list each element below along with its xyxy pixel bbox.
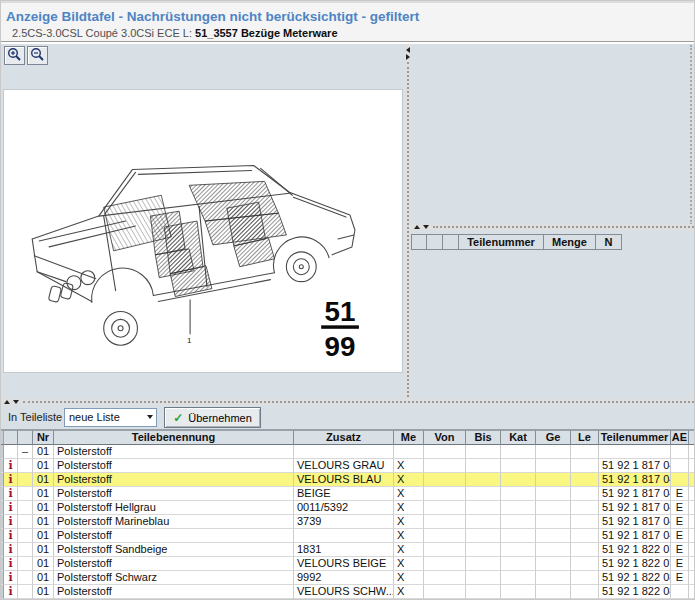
cell-me: X (394, 585, 424, 599)
collapse-up-icon[interactable] (4, 400, 10, 404)
col-header-ae[interactable]: AE (671, 430, 689, 445)
info-icon[interactable]: i (4, 487, 18, 501)
cell-nr: 01 (33, 445, 54, 459)
teileliste-dropdown[interactable]: neue Liste (64, 408, 157, 427)
teileliste-label: In Teileliste (8, 411, 62, 423)
uebernehmen-label: Übernehmen (188, 412, 252, 424)
cell-kat (501, 445, 536, 459)
col-header-teilebenennung[interactable]: Teilebenennung (54, 430, 294, 445)
cell-teilebenennung: Polsterstoff Hellgrau (54, 501, 294, 515)
col-header-le[interactable]: Le (571, 430, 599, 445)
cell-von (424, 459, 466, 473)
info-icon[interactable]: i (4, 543, 18, 557)
expand-toggle[interactable] (18, 585, 33, 599)
col-header-teilenummer[interactable]: Teilenummer (599, 430, 671, 445)
app-window: Anzeige Bildtafel - Nachrüstungen nicht … (0, 0, 695, 600)
cell-ge (536, 529, 571, 543)
expand-toggle[interactable] (18, 529, 33, 543)
cell-bis (466, 473, 501, 487)
mini-table-header: TeilenummerMengeN (411, 234, 622, 250)
zoom-in-button[interactable] (4, 46, 25, 65)
collapse-down-icon[interactable] (423, 225, 429, 229)
cell-ae: E (671, 515, 689, 529)
col-header-empty[interactable] (4, 430, 18, 445)
expand-toggle[interactable] (18, 515, 33, 529)
info-icon[interactable]: i (4, 473, 18, 487)
cell-zusatz: VELOURS BLAU (294, 473, 394, 487)
expand-toggle[interactable] (18, 571, 33, 585)
bildtafel-image[interactable]: 1 51 99 (3, 89, 403, 373)
table-row[interactable]: i01Polsterstoff Marineblau3739X51 92 1 8… (1, 515, 695, 529)
table-row-selected[interactable]: i01PolsterstoffVELOURS BLAUX51 92 1 817 … (1, 473, 695, 487)
col-header-empty[interactable] (689, 430, 695, 445)
col-header-nr[interactable]: Nr (33, 430, 54, 445)
cell-nr: 01 (33, 571, 54, 585)
table-row[interactable]: i01Polsterstoff Sandbeige1831X51 92 1 82… (1, 543, 695, 557)
table-row[interactable]: i01Polsterstoff Hellgrau0011/5392X51 92 … (1, 501, 695, 515)
image-panel: 1 51 99 (1, 44, 405, 399)
bildtafel-reference: 51_3557 Bezüge Meterware (195, 27, 337, 39)
expand-toggle[interactable] (18, 473, 33, 487)
cell-end (689, 515, 695, 529)
info-icon[interactable]: i (4, 529, 18, 543)
cell-bis (466, 501, 501, 515)
info-icon[interactable]: i (4, 459, 18, 473)
cell-nr: 01 (33, 501, 54, 515)
col-header-bis[interactable]: Bis (466, 430, 501, 445)
info-icon[interactable]: i (4, 557, 18, 571)
expand-toggle[interactable] (18, 557, 33, 571)
col-header-ge[interactable]: Ge (536, 430, 571, 445)
cell-end (689, 585, 695, 599)
cell-bis (466, 445, 501, 459)
info-icon[interactable]: i (4, 571, 18, 585)
right-scrollbar[interactable] (690, 45, 694, 225)
cell-ge (536, 557, 571, 571)
collapse-left-icon[interactable] (406, 47, 410, 53)
cell-le (571, 585, 599, 599)
cell-end (689, 571, 695, 585)
cell-teilebenennung: Polsterstoff (54, 445, 294, 459)
cell-teilebenennung: Polsterstoff (54, 585, 294, 599)
expand-toggle[interactable] (18, 487, 33, 501)
uebernehmen-button[interactable]: ✓ Übernehmen (164, 407, 261, 428)
info-icon[interactable]: i (4, 585, 18, 599)
info-icon[interactable]: i (4, 501, 18, 515)
table-row[interactable]: –01Polsterstoff (1, 445, 695, 459)
info-icon[interactable] (4, 445, 18, 459)
cell-teilebenennung: Polsterstoff (54, 557, 294, 571)
col-header-zusatz[interactable]: Zusatz (294, 430, 394, 445)
cell-von (424, 515, 466, 529)
cell-zusatz (294, 445, 394, 459)
collapse-down-icon[interactable] (13, 400, 19, 404)
col-header-empty[interactable] (18, 430, 33, 445)
expand-toggle[interactable] (18, 501, 33, 515)
table-row[interactable]: i01PolsterstoffVELOURS GRAUX51 92 1 817 … (1, 459, 695, 473)
cell-zusatz: 1831 (294, 543, 394, 557)
col-header-von[interactable]: Von (424, 430, 466, 445)
horizontal-splitter-right[interactable] (411, 224, 695, 230)
expand-toggle[interactable] (18, 459, 33, 473)
expand-toggle[interactable] (18, 543, 33, 557)
table-row[interactable]: i01PolsterstoffX51 92 1 817 046E (1, 529, 695, 543)
table-row[interactable]: i01PolsterstoffVELOURS SCHW...X51 92 1 8… (1, 585, 695, 599)
cell-zusatz: 9992 (294, 571, 394, 585)
cell-end (689, 473, 695, 487)
cell-me: X (394, 557, 424, 571)
collapse-right-icon[interactable] (406, 54, 410, 60)
table-row[interactable]: i01PolsterstoffBEIGEX51 92 1 817 043E (1, 487, 695, 501)
table-row[interactable]: i01PolsterstoffVELOURS BEIGEX51 92 1 822… (1, 557, 695, 571)
collapse-up-icon[interactable] (414, 225, 420, 229)
col-header-me[interactable]: Me (394, 430, 424, 445)
info-icon[interactable]: i (4, 515, 18, 529)
cell-von (424, 487, 466, 501)
cell-le (571, 529, 599, 543)
col-header-kat[interactable]: Kat (501, 430, 536, 445)
table-row[interactable]: i01Polsterstoff Schwarz9992X51 92 1 822 … (1, 571, 695, 585)
cell-ge (536, 501, 571, 515)
zoom-in-icon (7, 47, 22, 65)
zoom-out-button[interactable] (27, 46, 48, 65)
cell-nr: 01 (33, 585, 54, 599)
page-title: Anzeige Bildtafel - Nachrüstungen nicht … (6, 9, 419, 24)
cell-zusatz: VELOURS GRAU (294, 459, 394, 473)
expand-toggle[interactable]: – (18, 445, 33, 459)
